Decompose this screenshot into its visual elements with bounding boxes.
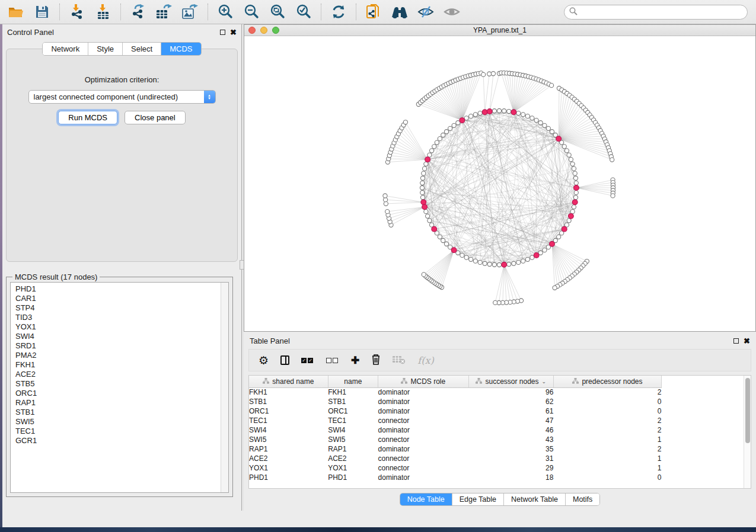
table-row[interactable]: ACE2ACE2connector311 xyxy=(249,454,662,463)
network-ring-node[interactable] xyxy=(572,166,576,171)
column-header-name[interactable]: name xyxy=(328,376,378,387)
network-ring-node[interactable] xyxy=(473,113,477,117)
mcds-result-item[interactable]: GCR1 xyxy=(15,436,221,446)
zoom-out-button[interactable] xyxy=(243,3,260,21)
network-ring-node[interactable] xyxy=(550,130,554,134)
network-ring-node[interactable] xyxy=(543,123,547,127)
network-ring-node[interactable] xyxy=(460,253,464,257)
mcds-result-item[interactable]: RAP1 xyxy=(15,398,221,408)
network-ring-node[interactable] xyxy=(564,149,569,153)
table-row[interactable]: STB1STB1dominator620 xyxy=(249,397,662,406)
network-window-titlebar[interactable]: YPA_prune.txt_1 xyxy=(244,25,755,36)
network-mcds-hub-node[interactable] xyxy=(568,213,573,219)
tab-style[interactable]: Style xyxy=(88,43,123,55)
column-header-shared-name[interactable]: shared name xyxy=(249,376,328,387)
table-row[interactable]: ORC1ORC1dominator610 xyxy=(249,406,662,416)
apply-layout-button[interactable] xyxy=(330,3,347,21)
float-panel-icon[interactable] xyxy=(220,30,225,35)
tab-network[interactable]: Network xyxy=(43,43,88,55)
network-ring-node[interactable] xyxy=(492,109,496,113)
network-mcds-hub-node[interactable] xyxy=(511,110,516,115)
clone-network-button[interactable] xyxy=(365,3,382,21)
network-ring-node[interactable] xyxy=(478,260,482,264)
close-panel-icon[interactable]: ✖ xyxy=(230,30,237,35)
network-ring-node[interactable] xyxy=(478,111,482,115)
tab-mcds[interactable]: MCDS xyxy=(161,43,200,55)
network-ring-node[interactable] xyxy=(507,262,511,266)
network-ring-node[interactable] xyxy=(441,133,445,137)
table-row[interactable]: FKH1FKH1dominator962 xyxy=(249,387,662,397)
mcds-result-item[interactable]: FKH1 xyxy=(15,360,221,370)
mcds-result-item[interactable]: SRD1 xyxy=(15,341,221,351)
network-mcds-hub-node[interactable] xyxy=(432,226,437,232)
network-mcds-hub-node[interactable] xyxy=(425,157,430,162)
network-ring-node[interactable] xyxy=(573,171,577,175)
network-ring-node[interactable] xyxy=(487,262,492,266)
network-leaf-node[interactable] xyxy=(493,300,497,305)
network-mcds-hub-node[interactable] xyxy=(556,136,562,142)
network-leaf-node[interactable] xyxy=(383,198,387,202)
network-mcds-hub-node[interactable] xyxy=(574,185,579,191)
export-network-button[interactable] xyxy=(129,3,147,21)
network-mcds-hub-node[interactable] xyxy=(451,248,457,253)
network-ring-node[interactable] xyxy=(464,255,468,259)
column-header-MCDS-role[interactable]: MCDS role xyxy=(378,376,469,387)
mcds-result-item[interactable]: SWI5 xyxy=(15,417,221,427)
network-ring-node[interactable] xyxy=(567,153,571,157)
network-ring-node[interactable] xyxy=(573,196,578,200)
network-ring-node[interactable] xyxy=(438,137,442,141)
mcds-result-item[interactable]: STB1 xyxy=(15,408,221,417)
network-leaf-node[interactable] xyxy=(383,194,387,198)
zoom-fit-button[interactable] xyxy=(269,3,286,21)
network-mcds-hub-node[interactable] xyxy=(572,200,578,205)
network-ring-node[interactable] xyxy=(473,259,477,263)
select-all-button[interactable]: ✓✓ xyxy=(301,358,314,363)
network-mcds-hub-node[interactable] xyxy=(482,110,487,115)
table-scrollbar-thumb[interactable] xyxy=(745,378,750,443)
search-input[interactable] xyxy=(580,8,742,16)
table-settings-button[interactable]: ⚙ xyxy=(259,355,269,366)
network-ring-node[interactable] xyxy=(420,181,425,185)
tab-network-table[interactable]: Network Table xyxy=(504,493,566,505)
network-ring-node[interactable] xyxy=(521,113,525,117)
network-ring-node[interactable] xyxy=(546,126,550,130)
mcds-result-item[interactable]: STB5 xyxy=(15,379,221,389)
network-mcds-hub-node[interactable] xyxy=(534,253,539,258)
table-row[interactable]: SWI5SWI5connector431 xyxy=(249,435,662,444)
network-ring-node[interactable] xyxy=(492,262,496,267)
network-ring-node[interactable] xyxy=(572,205,576,209)
mcds-result-item[interactable]: ACE2 xyxy=(15,370,221,379)
table-scrollbar[interactable] xyxy=(744,376,751,488)
create-column-button[interactable] xyxy=(280,355,289,365)
function-builder-button[interactable]: f(x) xyxy=(417,355,433,366)
tab-motifs[interactable]: Motifs xyxy=(566,493,599,505)
network-ring-node[interactable] xyxy=(562,145,566,149)
network-ring-node[interactable] xyxy=(448,126,452,130)
network-ring-node[interactable] xyxy=(432,145,436,149)
network-mcds-hub-node[interactable] xyxy=(502,262,507,267)
network-mcds-hub-node[interactable] xyxy=(562,226,567,232)
network-leaf-node[interactable] xyxy=(610,158,614,162)
hide-selected-button[interactable] xyxy=(417,3,435,21)
network-ring-node[interactable] xyxy=(534,118,538,122)
network-leaf-node[interactable] xyxy=(491,72,495,76)
tab-edge-table[interactable]: Edge Table xyxy=(452,493,504,505)
network-ring-node[interactable] xyxy=(574,191,578,195)
mcds-result-item[interactable]: TEC1 xyxy=(15,427,221,436)
import-table-button[interactable] xyxy=(94,3,112,21)
network-ring-node[interactable] xyxy=(525,257,529,261)
network-ring-node[interactable] xyxy=(573,176,578,180)
mcds-result-item[interactable]: CAR1 xyxy=(15,294,221,303)
network-leaf-node[interactable] xyxy=(403,120,407,124)
network-ring-node[interactable] xyxy=(444,242,448,246)
mcds-result-item[interactable]: TID3 xyxy=(15,313,221,322)
table-row[interactable]: TEC1TEC1connector472 xyxy=(249,416,662,425)
network-ring-node[interactable] xyxy=(420,196,425,200)
search-network-button[interactable] xyxy=(391,3,409,21)
network-ring-node[interactable] xyxy=(569,158,573,162)
network-leaf-node[interactable] xyxy=(487,72,492,76)
network-ring-node[interactable] xyxy=(512,261,516,265)
network-leaf-node[interactable] xyxy=(481,72,486,76)
mcds-list-scrollbar[interactable] xyxy=(221,283,228,492)
network-mcds-hub-node[interactable] xyxy=(487,109,492,114)
